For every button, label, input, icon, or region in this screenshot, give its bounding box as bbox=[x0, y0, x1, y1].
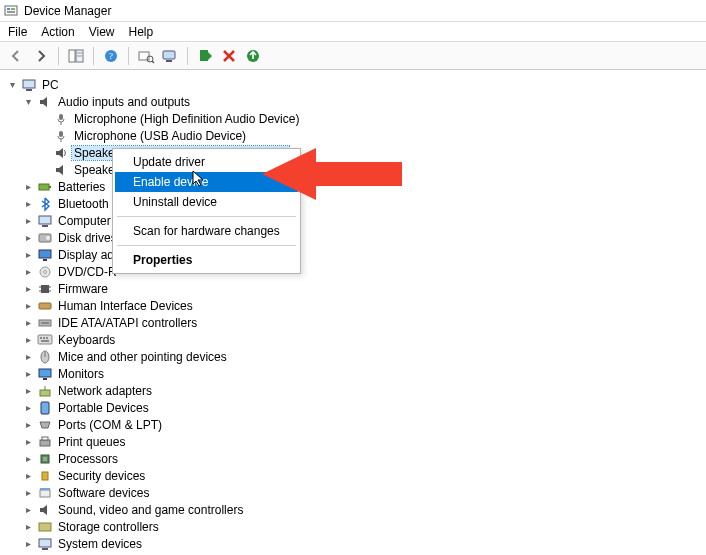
tree-category-dvdcd[interactable]: ▸DVD/CD-R bbox=[6, 263, 706, 280]
tree-category-ide[interactable]: ▸IDE ATA/ATAPI controllers bbox=[6, 314, 706, 331]
chevron-right-icon[interactable]: ▸ bbox=[22, 284, 34, 294]
monitor-icon bbox=[37, 366, 53, 382]
chevron-right-icon[interactable]: ▸ bbox=[22, 505, 34, 515]
ctx-enable-device[interactable]: Enable device bbox=[115, 172, 298, 192]
tree-category-software[interactable]: ▸Software devices bbox=[6, 484, 706, 501]
tree-category-hid[interactable]: ▸Human Interface Devices bbox=[6, 297, 706, 314]
display-icon bbox=[37, 247, 53, 263]
tree-label: Keyboards bbox=[56, 333, 117, 347]
chevron-right-icon[interactable]: ▸ bbox=[22, 403, 34, 413]
tree-label: Microphone (USB Audio Device) bbox=[72, 129, 248, 143]
uninstall-button[interactable] bbox=[218, 45, 240, 67]
tree-item-speakers2[interactable]: Speake bbox=[6, 161, 706, 178]
chevron-right-icon[interactable]: ▸ bbox=[22, 318, 34, 328]
tree-category-display[interactable]: ▸Display ad bbox=[6, 246, 706, 263]
tree-category-monitors[interactable]: ▸Monitors bbox=[6, 365, 706, 382]
tree-category-bluetooth[interactable]: ▸Bluetooth bbox=[6, 195, 706, 212]
svg-rect-45 bbox=[41, 340, 49, 342]
svg-rect-14 bbox=[166, 60, 172, 62]
tree-label: Portable Devices bbox=[56, 401, 151, 415]
chevron-right-icon[interactable]: ▸ bbox=[22, 233, 34, 243]
chevron-right-icon[interactable]: ▸ bbox=[22, 471, 34, 481]
chevron-right-icon[interactable]: ▸ bbox=[22, 454, 34, 464]
back-button[interactable] bbox=[6, 45, 28, 67]
chevron-right-icon[interactable]: ▸ bbox=[22, 437, 34, 447]
device-tree[interactable]: ▾ PC ▾ Audio inputs and outputs Micropho… bbox=[0, 70, 706, 555]
tree-category-computer[interactable]: ▸Computer bbox=[6, 212, 706, 229]
chevron-right-icon[interactable]: ▸ bbox=[22, 182, 34, 192]
cpu-icon bbox=[37, 451, 53, 467]
speaker-icon bbox=[37, 94, 53, 110]
tree-category-portable[interactable]: ▸Portable Devices bbox=[6, 399, 706, 416]
chevron-right-icon[interactable]: ▸ bbox=[22, 420, 34, 430]
tree-item-mic2[interactable]: Microphone (USB Audio Device) bbox=[6, 127, 706, 144]
chevron-right-icon[interactable]: ▸ bbox=[22, 216, 34, 226]
ctx-uninstall-device[interactable]: Uninstall device bbox=[115, 192, 298, 212]
chevron-down-icon[interactable]: ▾ bbox=[22, 97, 34, 107]
tree-category-security[interactable]: ▸Security devices bbox=[6, 467, 706, 484]
show-container-button[interactable] bbox=[65, 45, 87, 67]
tree-category-printq[interactable]: ▸Print queues bbox=[6, 433, 706, 450]
ide-icon bbox=[37, 315, 53, 331]
forward-button[interactable] bbox=[30, 45, 52, 67]
tree-label: IDE ATA/ATAPI controllers bbox=[56, 316, 199, 330]
chevron-right-icon[interactable]: ▸ bbox=[22, 352, 34, 362]
menu-action[interactable]: Action bbox=[41, 25, 74, 39]
tree-label: Network adapters bbox=[56, 384, 154, 398]
ctx-update-driver[interactable]: Update driver bbox=[115, 152, 298, 172]
chevron-right-icon[interactable]: ▸ bbox=[22, 250, 34, 260]
tree-category-batteries[interactable]: ▸Batteries bbox=[6, 178, 706, 195]
menu-help[interactable]: Help bbox=[129, 25, 154, 39]
chevron-right-icon[interactable]: ▸ bbox=[22, 488, 34, 498]
ctx-scan-hardware[interactable]: Scan for hardware changes bbox=[115, 221, 298, 241]
computer-icon bbox=[37, 213, 53, 229]
menu-view[interactable]: View bbox=[89, 25, 115, 39]
chevron-right-icon[interactable]: ▸ bbox=[22, 539, 34, 549]
tree-category-ports[interactable]: ▸Ports (COM & LPT) bbox=[6, 416, 706, 433]
tree-category-audio[interactable]: ▾ Audio inputs and outputs bbox=[6, 93, 706, 110]
svg-rect-56 bbox=[43, 457, 47, 461]
tree-category-processors[interactable]: ▸Processors bbox=[6, 450, 706, 467]
tree-category-storage[interactable]: ▸Storage controllers bbox=[6, 518, 706, 535]
svg-rect-59 bbox=[40, 488, 50, 490]
scan-button[interactable] bbox=[135, 45, 157, 67]
chevron-right-icon[interactable]: ▸ bbox=[22, 335, 34, 345]
tree-category-sound[interactable]: ▸Sound, video and game controllers bbox=[6, 501, 706, 518]
svg-rect-44 bbox=[46, 337, 48, 339]
update-button[interactable] bbox=[242, 45, 264, 67]
chevron-right-icon[interactable]: ▸ bbox=[22, 369, 34, 379]
tree-category-network[interactable]: ▸Network adapters bbox=[6, 382, 706, 399]
tree-label: Security devices bbox=[56, 469, 147, 483]
chevron-down-icon[interactable]: ▾ bbox=[6, 80, 18, 90]
tree-label: Bluetooth bbox=[56, 197, 111, 211]
enable-button[interactable] bbox=[194, 45, 216, 67]
tree-label: DVD/CD-R bbox=[56, 265, 119, 279]
svg-rect-52 bbox=[41, 402, 49, 414]
chevron-right-icon[interactable]: ▸ bbox=[22, 199, 34, 209]
remote-button[interactable] bbox=[159, 45, 181, 67]
toolbar-separator bbox=[128, 47, 129, 65]
help-button[interactable]: ? bbox=[100, 45, 122, 67]
speaker-icon bbox=[37, 502, 53, 518]
tree-category-mice[interactable]: ▸Mice and other pointing devices bbox=[6, 348, 706, 365]
ctx-separator bbox=[117, 245, 296, 246]
tree-category-system[interactable]: ▸System devices bbox=[6, 535, 706, 552]
tree-label: Firmware bbox=[56, 282, 110, 296]
speaker-icon bbox=[53, 145, 69, 161]
tree-item-speakers[interactable]: Speakers (High Definition Audio Device) bbox=[6, 144, 706, 161]
svg-rect-15 bbox=[200, 50, 208, 61]
tree-category-keyboards[interactable]: ▸Keyboards bbox=[6, 331, 706, 348]
chevron-right-icon[interactable]: ▸ bbox=[22, 301, 34, 311]
chevron-right-icon[interactable]: ▸ bbox=[22, 267, 34, 277]
tree-category-disk[interactable]: ▸Disk drives bbox=[6, 229, 706, 246]
ctx-properties[interactable]: Properties bbox=[115, 250, 298, 270]
tree-category-firmware[interactable]: ▸Firmware bbox=[6, 280, 706, 297]
tree-item-mic1[interactable]: Microphone (High Definition Audio Device… bbox=[6, 110, 706, 127]
tree-label: Sound, video and game controllers bbox=[56, 503, 245, 517]
menu-file[interactable]: File bbox=[8, 25, 27, 39]
chevron-right-icon[interactable]: ▸ bbox=[22, 522, 34, 532]
tree-root[interactable]: ▾ PC bbox=[6, 76, 706, 93]
chevron-right-icon[interactable]: ▸ bbox=[22, 386, 34, 396]
svg-rect-53 bbox=[40, 440, 50, 446]
hid-icon bbox=[37, 298, 53, 314]
